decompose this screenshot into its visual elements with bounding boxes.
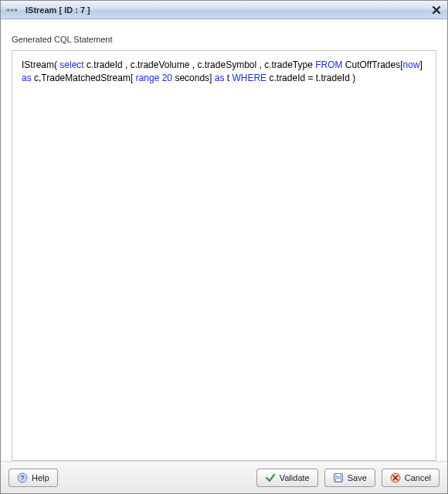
cql-text: IStream(	[22, 59, 59, 70]
cql-text: t	[224, 73, 232, 83]
validate-button[interactable]: Validate	[256, 469, 318, 487]
dialog-title: IStream [ ID : 7 ]	[25, 5, 430, 15]
cql-keyword: as	[22, 73, 32, 83]
svg-rect-4	[335, 479, 341, 482]
floppy-icon	[333, 472, 344, 483]
help-button-label: Help	[32, 473, 49, 482]
section-label: Generated CQL Statement	[12, 35, 436, 44]
validate-button-label: Validate	[280, 473, 310, 482]
svg-text:?: ?	[20, 474, 25, 482]
cancel-icon	[390, 472, 401, 483]
cql-text: ]	[420, 59, 423, 70]
titlebar: IStream [ ID : 7 ]	[1, 1, 447, 19]
cql-text: CutOffTrades[	[343, 59, 403, 70]
cql-keyword: FROM	[315, 59, 342, 70]
cql-keyword: WHERE	[232, 73, 266, 83]
cancel-button-label: Cancel	[405, 473, 431, 482]
save-button-label: Save	[348, 473, 367, 482]
cql-statement-box[interactable]: IStream( select c.tradeId , c.tradeVolum…	[12, 50, 436, 461]
cql-text: seconds]	[172, 73, 215, 83]
dialog-content: Generated CQL Statement IStream( select …	[1, 19, 447, 461]
cql-keyword: select	[59, 59, 83, 70]
cql-keyword: as	[215, 73, 225, 83]
check-icon	[265, 472, 276, 483]
cql-text: c.tradeId = t.tradeId )	[266, 73, 355, 83]
istream-dialog: IStream [ ID : 7 ] Generated CQL Stateme…	[0, 0, 448, 494]
close-button[interactable]	[430, 4, 443, 16]
save-button[interactable]: Save	[324, 469, 375, 487]
help-button[interactable]: ? Help	[8, 469, 58, 487]
help-icon: ?	[17, 472, 28, 483]
svg-rect-3	[336, 473, 341, 476]
dialog-footer: ? Help Validate Save	[1, 461, 447, 493]
stream-arrows-icon	[5, 5, 21, 15]
cql-text: c.tradeId , c.tradeVolume , c.tradeSymbo…	[84, 59, 315, 70]
cql-text: c,TradeMatchedStream[	[32, 73, 136, 83]
cancel-button[interactable]: Cancel	[382, 469, 440, 487]
cql-keyword: range	[136, 73, 160, 83]
cql-keyword: now	[403, 59, 420, 70]
cql-keyword: 20	[162, 73, 172, 83]
